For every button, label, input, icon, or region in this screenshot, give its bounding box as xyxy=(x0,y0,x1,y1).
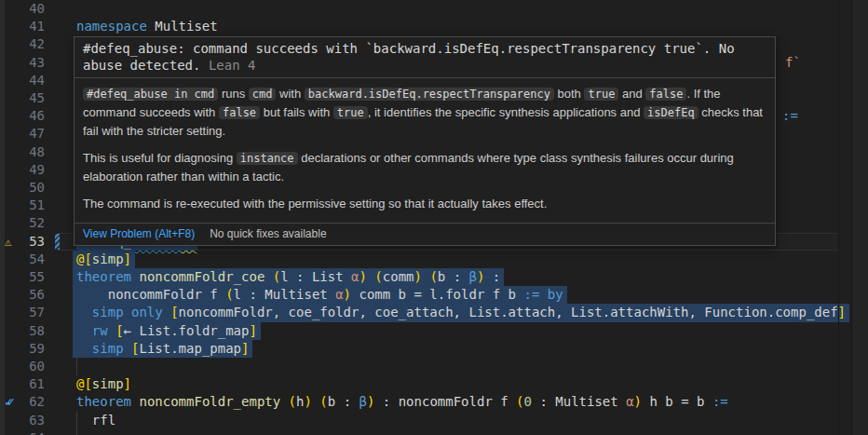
line-content: @[simp] xyxy=(76,251,131,268)
line-number[interactable]: 61 xyxy=(0,375,45,393)
diagnostic-line-1: #defeq_abuse: command succeeds with `bac… xyxy=(83,40,766,57)
editor-left-edge xyxy=(0,0,5,435)
quickfix-status: No quick fixes available xyxy=(210,227,326,240)
line-number[interactable]: 48 xyxy=(0,143,45,161)
line-number[interactable]: 55 xyxy=(0,268,45,286)
column-ruler xyxy=(838,0,839,435)
code-line-62[interactable]: ✓✓62theorem noncommFoldr_empty (h) (b : … xyxy=(0,393,857,411)
line-number[interactable]: 64 xyxy=(0,429,45,435)
line-content: theorem noncommFoldr_empty (h) (b : β) :… xyxy=(76,393,728,411)
doc-text: and xyxy=(618,87,645,101)
modified-line-marker xyxy=(55,234,60,250)
line-number[interactable]: 60 xyxy=(0,358,45,375)
inline-code: cmd xyxy=(249,88,277,101)
inline-code: backward.isDefEq.respectTransparency xyxy=(305,88,554,101)
line-content: theorem noncommFoldr_coe (l : List α) (c… xyxy=(76,268,500,286)
code-line-59[interactable]: 59 simp [List.map_pmap] xyxy=(0,340,857,358)
doc-text: , it identifies the specific synthesis a… xyxy=(368,105,644,119)
line-number[interactable]: 43 xyxy=(0,54,45,72)
line-content: rfl xyxy=(76,412,115,429)
code-line-58[interactable]: 58 rw [← List.foldr_map] xyxy=(0,322,857,340)
line-number[interactable]: 53 xyxy=(0,233,45,251)
doc-text: with xyxy=(276,87,304,101)
line-number[interactable]: 59 xyxy=(0,340,45,358)
doc-text: runs xyxy=(218,87,249,101)
vscode-editor-window: 4041namespace Multiset424344454647484950… xyxy=(0,0,868,435)
indent-guide xyxy=(76,429,77,435)
diagnostic-message: #defeq_abuse: command succeeds with `bac… xyxy=(75,37,775,78)
inline-code: false xyxy=(645,88,686,101)
line-number[interactable]: 47 xyxy=(0,125,45,143)
line-content: namespace Multiset xyxy=(76,18,218,35)
hover-footer: View Problem (Alt+F8)No quick fixes avai… xyxy=(75,224,775,245)
inline-code: true xyxy=(584,88,618,101)
line-content: @[simp] xyxy=(76,375,131,393)
line-number[interactable]: 62 xyxy=(0,393,45,411)
code-line-54[interactable]: 54@[simp] xyxy=(0,251,857,268)
doc-text: both xyxy=(554,87,585,101)
line-number[interactable]: 50 xyxy=(0,179,45,197)
code-line-64[interactable]: 64 xyxy=(0,429,857,435)
hover-paragraph: The command is re-executed with the perm… xyxy=(83,195,766,213)
hover-tooltip: #defeq_abuse: command succeeds with `bac… xyxy=(74,36,776,246)
line-number[interactable]: 58 xyxy=(0,322,45,340)
line-number[interactable]: 63 xyxy=(0,412,45,429)
diagnostic-line-2: abuse detected. Lean 4 xyxy=(83,57,766,74)
line-number[interactable]: 49 xyxy=(0,161,45,179)
line-number[interactable]: 54 xyxy=(0,251,45,268)
line-number[interactable]: 42 xyxy=(0,35,45,53)
inline-code: #defeq_abuse in cmd xyxy=(83,88,218,101)
doc-text: but fails with xyxy=(260,105,333,119)
line-number[interactable]: 52 xyxy=(0,214,45,232)
view-problem-link[interactable]: View Problem (Alt+F8) xyxy=(83,227,195,240)
line-content: simp only [noncommFoldr, coe_foldr, coe_… xyxy=(76,304,846,321)
code-line-40[interactable]: 40 xyxy=(0,0,857,18)
scrollbar-track[interactable] xyxy=(852,0,868,435)
code-line-41[interactable]: 41namespace Multiset xyxy=(0,18,857,35)
line-number[interactable]: 56 xyxy=(0,286,45,304)
inline-code: isDefEq xyxy=(644,106,698,119)
line-number[interactable]: 45 xyxy=(0,89,45,107)
line-content: simp [List.map_pmap] xyxy=(76,340,249,358)
code-line-57[interactable]: 57 simp only [noncommFoldr, coe_foldr, c… xyxy=(0,304,857,321)
hover-docs: #defeq_abuse in cmd runs cmd with backwa… xyxy=(75,78,775,224)
doc-text: This is useful for diagnosing xyxy=(83,151,237,165)
line-number[interactable]: 57 xyxy=(0,304,45,321)
hover-paragraph: This is useful for diagnosing instance d… xyxy=(83,149,766,186)
inline-code: false xyxy=(219,106,260,119)
code-line-55[interactable]: 55theorem noncommFoldr_coe (l : List α) … xyxy=(0,268,857,286)
code-line-56[interactable]: 56 noncommFoldr f (l : Multiset α) comm … xyxy=(0,286,857,304)
indent-guide xyxy=(76,358,77,375)
code-line-60[interactable]: 60 xyxy=(0,358,857,375)
line-number[interactable]: 46 xyxy=(0,107,45,125)
code-fragment: f` xyxy=(785,54,801,72)
line-number[interactable]: 51 xyxy=(0,197,45,214)
inline-code: true xyxy=(333,106,368,119)
diagnostic-source: Lean 4 xyxy=(209,58,256,73)
inline-code: instance xyxy=(237,152,298,165)
doc-text: The command is re-executed with the perm… xyxy=(83,197,547,211)
line-number[interactable]: 40 xyxy=(0,0,45,18)
code-line-61[interactable]: 61@[simp] xyxy=(0,375,857,393)
line-content: noncommFoldr f (l : Multiset α) comm b =… xyxy=(76,286,563,304)
line-number[interactable]: 44 xyxy=(0,72,45,89)
code-line-63[interactable]: 63 rfl xyxy=(0,412,857,429)
line-content: rw [← List.foldr_map] xyxy=(76,322,257,340)
code-fragment: := xyxy=(782,107,798,125)
line-number[interactable]: 41 xyxy=(0,18,45,35)
hover-paragraph: #defeq_abuse in cmd runs cmd with backwa… xyxy=(83,85,766,141)
